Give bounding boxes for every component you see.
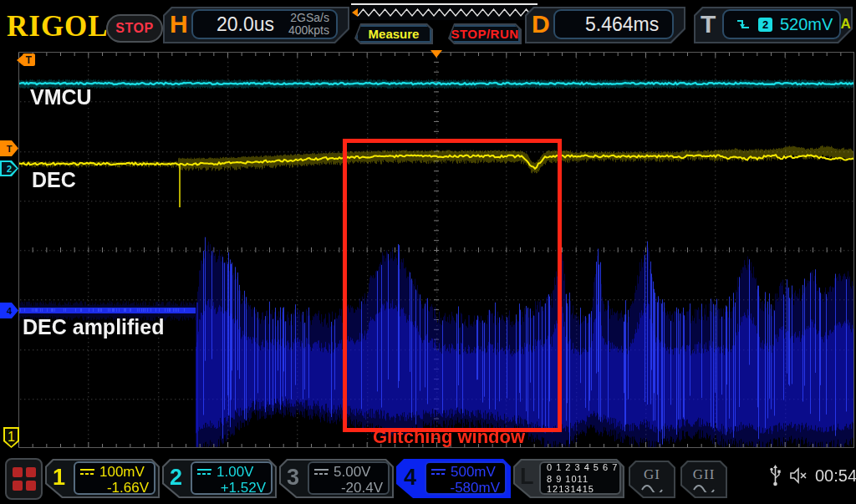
timebase-box: 20.0us 2GSa/s 400kpts — [191, 9, 338, 39]
top-bar: RIGOL STOP H 20.0us 2GSa/s 400kpts Measu… — [0, 0, 856, 50]
acquisition-status-badge: STOP — [106, 14, 163, 43]
rigol-logo: RIGOL — [7, 10, 109, 43]
delay-label: D — [532, 10, 550, 38]
channel3-panel[interactable]: 3 5.00V -20.4V — [279, 459, 394, 498]
trace-label-vmcu: VMCU — [30, 85, 92, 109]
dc-coupling-icon — [80, 468, 94, 476]
trigger-source-badge: 2 — [758, 18, 772, 32]
trigger-label: T — [701, 10, 716, 38]
channel1-offset: -1.66V — [80, 480, 149, 496]
timebase-value: 20.0us — [217, 13, 274, 36]
channel2-scale: 1.00V — [217, 464, 253, 481]
channel2-readout: 1.00V +1.52V — [191, 461, 273, 495]
channel1-scale: 100mV — [99, 464, 145, 481]
channel2-position-marker[interactable]: 2 — [0, 160, 18, 176]
left-arrow-icon — [17, 55, 23, 65]
delay-panel[interactable]: D 5.464ms — [525, 7, 685, 43]
status-area: 00:54 — [769, 464, 856, 487]
generator1-label: GI — [644, 466, 660, 483]
channel4-position-marker[interactable]: 4 — [0, 303, 18, 318]
preview-zigzag-icon — [358, 6, 533, 18]
menu-square — [13, 481, 23, 491]
menu-square — [26, 467, 36, 477]
glitching-window-label: Glitching window — [373, 426, 525, 448]
channel4-panel-active[interactable]: 4 500mV -580mV — [396, 459, 511, 498]
trigger-mode: A — [840, 16, 850, 33]
logic-analyzer-panel[interactable]: L 0 1 2 3 4 5 6 7 8 9 1011 12131415 — [513, 459, 624, 498]
measure-button[interactable]: Measure — [354, 23, 433, 44]
dc-coupling-icon — [314, 468, 329, 476]
trigger-panel[interactable]: T 2 520mV A — [694, 7, 853, 43]
channel1-number: 1 — [53, 465, 65, 491]
trigger-level-marker[interactable]: T — [0, 140, 18, 156]
menu-square — [26, 481, 36, 491]
sine-wave-icon — [693, 483, 715, 492]
channel3-number: 3 — [287, 465, 299, 491]
sine-wave-icon — [641, 483, 663, 492]
sample-rate: 2GSa/s 400kpts — [288, 12, 329, 36]
delay-box: 5.464ms — [553, 9, 674, 39]
waveform-preview-strip[interactable] — [351, 3, 538, 20]
dc-coupling-icon — [431, 468, 446, 476]
channel1-readout: 100mV -1.66V — [74, 461, 155, 495]
channel2-number: 2 — [170, 465, 182, 491]
logic-channels: 0 1 2 3 4 5 6 7 8 9 1011 12131415 — [539, 461, 621, 495]
trace-label-dec: DEC — [32, 168, 76, 192]
preview-position-arrow-icon — [352, 8, 358, 17]
waveform-display: T T 2 4 1 VMCU DEC DEC amplified Glitchi… — [18, 52, 854, 448]
horizontal-label: H — [170, 10, 188, 38]
channel1-panel[interactable]: 1 100mV -1.66V — [45, 459, 160, 498]
trace-label-dec-amplified: DEC amplified — [23, 315, 164, 339]
channel1-position-marker[interactable]: 1 — [3, 427, 19, 448]
generator2-label: GII — [693, 466, 716, 483]
channel3-offset: -20.4V — [314, 480, 383, 496]
dc-coupling-icon — [197, 468, 211, 476]
channel3-scale: 5.00V — [334, 464, 370, 481]
usb-icon — [769, 464, 782, 487]
falling-edge-icon — [736, 18, 751, 31]
channel3-readout: 5.00V -20.4V — [308, 461, 390, 495]
trigger-level-value: 520mV — [780, 15, 833, 34]
generator2-panel[interactable]: GII — [680, 461, 727, 498]
speaker-muted-icon — [788, 466, 808, 485]
trigger-position-offscreen-marker[interactable]: T — [17, 53, 35, 66]
channel2-panel[interactable]: 2 1.00V +1.52V — [162, 459, 277, 498]
trigger-box: 2 520mV A — [722, 9, 841, 39]
horizontal-panel[interactable]: H 20.0us 2GSa/s 400kpts — [163, 7, 349, 43]
stop-run-button[interactable]: STOP/RUN — [448, 23, 522, 44]
logic-row2: 8 9 1011 12131415 — [547, 474, 619, 494]
channel4-number: 4 — [404, 465, 416, 491]
logic-row1: 0 1 2 3 4 5 6 7 — [547, 462, 619, 472]
bottom-bar: 1 100mV -1.66V 2 1.00V +1.52V 3 5.00V -2… — [0, 456, 856, 504]
menu-grid-icon[interactable] — [5, 458, 43, 500]
generator1-panel[interactable]: GI — [629, 461, 675, 498]
delay-value: 5.464ms — [585, 13, 659, 36]
channel4-readout: 500mV -580mV — [425, 461, 507, 495]
logic-label: L — [520, 464, 534, 490]
channel2-offset: +1.52V — [197, 480, 266, 496]
clock: 00:54 — [815, 466, 856, 486]
channel4-scale: 500mV — [451, 464, 496, 481]
menu-square — [13, 467, 23, 477]
channel4-offset: -580mV — [431, 480, 500, 496]
glitching-window-box — [343, 139, 562, 432]
